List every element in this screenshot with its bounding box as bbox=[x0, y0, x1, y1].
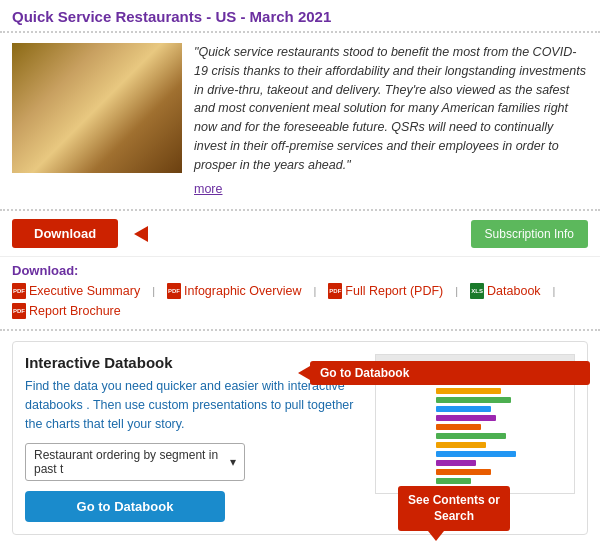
chart-bar bbox=[436, 415, 496, 421]
chart-bar-row bbox=[436, 397, 568, 403]
action-bar: Download Subscription Info bbox=[0, 211, 600, 257]
databook-description: Find the data you need quicker and easie… bbox=[25, 377, 363, 433]
chart-bar bbox=[436, 442, 486, 448]
go-databook-button[interactable]: Go to Databook bbox=[25, 491, 225, 522]
pdf-icon: PDF bbox=[12, 283, 26, 299]
chart-bar-row bbox=[436, 469, 568, 475]
chart-bar bbox=[436, 460, 476, 466]
chart-bar bbox=[436, 433, 506, 439]
chart-bar-row bbox=[436, 388, 568, 394]
go-databook-annotation: Go to Databook bbox=[310, 361, 590, 385]
chart-bar-row bbox=[436, 406, 568, 412]
chart-bar-row bbox=[436, 424, 568, 430]
chart-bar-row bbox=[436, 478, 568, 484]
chart-bar-row bbox=[436, 415, 568, 421]
download-infographic[interactable]: PDF Infographic Overview bbox=[167, 283, 301, 299]
chart-bar bbox=[436, 478, 471, 484]
chart-bar bbox=[436, 406, 491, 412]
databook-wrapper: Go to Databook Interactive Databook Find… bbox=[0, 341, 600, 535]
chevron-down-icon: ▾ bbox=[230, 455, 236, 469]
chart-bar-row bbox=[436, 460, 568, 466]
pdf-icon: PDF bbox=[167, 283, 181, 299]
download-link-label: Report Brochure bbox=[29, 304, 121, 318]
download-databook[interactable]: XLS Databook bbox=[470, 283, 541, 299]
download-link-label: Executive Summary bbox=[29, 284, 140, 298]
pdf-icon: PDF bbox=[12, 303, 26, 319]
page-header: Quick Service Restaurants - US - March 2… bbox=[0, 0, 600, 33]
chart-bar bbox=[436, 469, 491, 475]
see-contents-annotation: See Contents or Search bbox=[398, 486, 510, 532]
xls-icon: XLS bbox=[470, 283, 484, 299]
download-link-label: Databook bbox=[487, 284, 541, 298]
download-section: Download: PDF Executive Summary | PDF In… bbox=[0, 257, 600, 331]
quote-text: "Quick service restaurants stood to bene… bbox=[194, 45, 586, 172]
databook-select[interactable]: Restaurant ordering by segment in past t… bbox=[25, 443, 245, 481]
download-button[interactable]: Download bbox=[12, 219, 118, 248]
download-full-report[interactable]: PDF Full Report (PDF) bbox=[328, 283, 443, 299]
main-content: "Quick service restaurants stood to bene… bbox=[0, 33, 600, 211]
download-executive-summary[interactable]: PDF Executive Summary bbox=[12, 283, 140, 299]
chart-bar bbox=[436, 388, 501, 394]
download-link-label: Infographic Overview bbox=[184, 284, 301, 298]
food-image bbox=[12, 43, 182, 173]
download-brochure[interactable]: PDF Report Brochure bbox=[12, 303, 121, 319]
download-label: Download: bbox=[12, 263, 588, 278]
chart-bar-row bbox=[436, 451, 568, 457]
chart-bar bbox=[436, 451, 516, 457]
download-links: PDF Executive Summary | PDF Infographic … bbox=[12, 283, 588, 319]
chart-bar-row bbox=[436, 442, 568, 448]
subscription-button[interactable]: Subscription Info bbox=[471, 220, 588, 248]
chart-bar-row bbox=[436, 433, 568, 439]
pdf-icon: PDF bbox=[328, 283, 342, 299]
more-link[interactable]: more bbox=[194, 180, 588, 199]
page-title: Quick Service Restaurants - US - March 2… bbox=[12, 8, 331, 25]
download-link-label: Full Report (PDF) bbox=[345, 284, 443, 298]
databook-select-label: Restaurant ordering by segment in past t bbox=[34, 448, 230, 476]
chart-bar bbox=[436, 397, 511, 403]
chart-bars bbox=[376, 375, 574, 488]
quote-section: "Quick service restaurants stood to bene… bbox=[194, 43, 588, 199]
chart-bar bbox=[436, 424, 481, 430]
databook-desc-plain: Find the data you need quicker and easie… bbox=[25, 379, 284, 393]
